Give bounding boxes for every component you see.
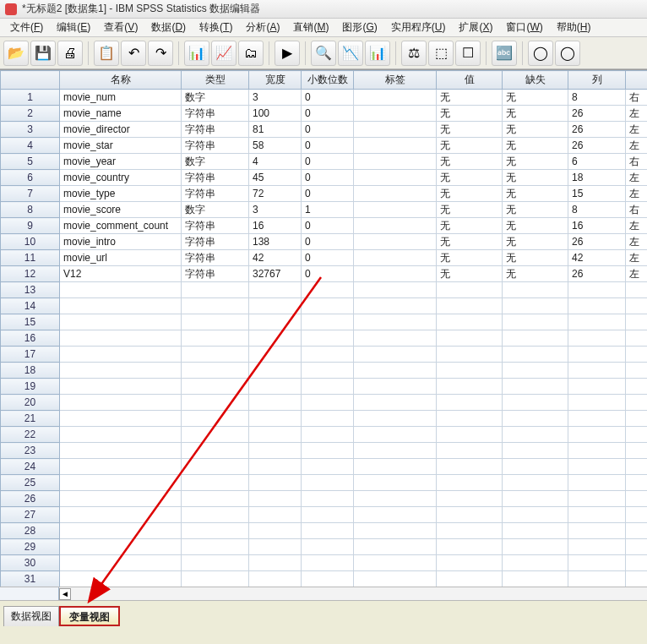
cell-empty[interactable]	[60, 475, 182, 491]
menu-h[interactable]: 帮助(H)	[550, 19, 598, 36]
cell-empty[interactable]	[249, 347, 302, 363]
cell-name[interactable]: movie_comment_count	[60, 218, 182, 234]
cell-empty[interactable]	[437, 491, 503, 507]
table-row-empty[interactable]: 26	[1, 491, 648, 507]
cell-empty[interactable]	[626, 395, 648, 411]
cell-col[interactable]: 26	[568, 234, 626, 250]
cell-empty[interactable]	[626, 298, 648, 314]
cell-empty[interactable]	[302, 491, 354, 507]
menu-f[interactable]: 文件(F)	[3, 19, 50, 36]
table-row-empty[interactable]: 31	[1, 571, 648, 587]
cell-empty[interactable]	[182, 363, 249, 379]
cell-label[interactable]	[354, 266, 437, 282]
cell-empty[interactable]	[354, 459, 437, 475]
cell-empty[interactable]	[249, 491, 302, 507]
chart2-icon[interactable]: 📊	[365, 41, 390, 66]
menu-x[interactable]: 扩展(X)	[452, 19, 499, 36]
cell-empty[interactable]	[437, 298, 503, 314]
row-header[interactable]: 14	[1, 298, 60, 314]
cell-empty[interactable]	[626, 363, 648, 379]
cell-empty[interactable]	[302, 395, 354, 411]
cell-name[interactable]: movie_country	[60, 170, 182, 186]
cell-width[interactable]: 81	[249, 122, 302, 138]
cell-empty[interactable]	[249, 395, 302, 411]
table-row[interactable]: 12V12字符串327670无无26左	[1, 266, 648, 282]
cell-value[interactable]: 无	[437, 138, 503, 154]
cell-label[interactable]	[354, 202, 437, 218]
cell-label[interactable]	[354, 106, 437, 122]
cell-empty[interactable]	[249, 555, 302, 571]
cell-empty[interactable]	[354, 298, 437, 314]
table-row[interactable]: 5movie_year数字40无无6右	[1, 154, 648, 170]
row-header[interactable]: 29	[1, 539, 60, 555]
cell-empty[interactable]	[568, 571, 626, 587]
cell-width[interactable]: 3	[249, 90, 302, 106]
cell-empty[interactable]	[60, 571, 182, 587]
cell-empty[interactable]	[503, 475, 568, 491]
cell-empty[interactable]	[302, 427, 354, 443]
cell-col[interactable]: 8	[568, 202, 626, 218]
cell-empty[interactable]	[568, 539, 626, 555]
cell-empty[interactable]	[437, 555, 503, 571]
cell-empty[interactable]	[354, 395, 437, 411]
cell-empty[interactable]	[503, 298, 568, 314]
cell-empty[interactable]	[626, 282, 648, 298]
cell-empty[interactable]	[354, 330, 437, 347]
cell-type[interactable]: 字符串	[182, 250, 249, 266]
menu-g[interactable]: 图形(G)	[335, 19, 383, 36]
cell-empty[interactable]	[302, 571, 354, 587]
cell-dec[interactable]: 0	[302, 266, 354, 282]
cell-empty[interactable]	[249, 571, 302, 587]
row-header[interactable]: 27	[1, 507, 60, 523]
cell-empty[interactable]	[568, 314, 626, 330]
table-row-empty[interactable]: 25	[1, 475, 648, 491]
cell-empty[interactable]	[182, 571, 249, 587]
cell-empty[interactable]	[354, 282, 437, 298]
cell-align[interactable]: 右	[626, 202, 648, 218]
cell-empty[interactable]	[249, 330, 302, 347]
cell-empty[interactable]	[60, 523, 182, 539]
cell-empty[interactable]	[354, 571, 437, 587]
menu-t[interactable]: 转换(T)	[193, 19, 239, 36]
row-header[interactable]: 1	[1, 90, 60, 106]
cell-width[interactable]: 3	[249, 202, 302, 218]
cell-value[interactable]: 无	[437, 90, 503, 106]
hscroll-strip[interactable]: ◄	[0, 587, 647, 600]
row-header[interactable]: 5	[1, 154, 60, 170]
cell-empty[interactable]	[626, 411, 648, 427]
cell-empty[interactable]	[503, 459, 568, 475]
cell-empty[interactable]	[568, 282, 626, 298]
cell-empty[interactable]	[354, 427, 437, 443]
cell-type[interactable]: 字符串	[182, 266, 249, 282]
cell-value[interactable]: 无	[437, 218, 503, 234]
table-row[interactable]: 10movie_intro字符串1380无无26左	[1, 234, 648, 250]
cell-empty[interactable]	[437, 411, 503, 427]
cell-miss[interactable]: 无	[503, 154, 568, 170]
row-header[interactable]: 9	[1, 218, 60, 234]
cell-empty[interactable]	[354, 363, 437, 379]
cell-empty[interactable]	[626, 314, 648, 330]
row-header[interactable]: 19	[1, 379, 60, 395]
cell-label[interactable]	[354, 154, 437, 170]
cell-empty[interactable]	[60, 395, 182, 411]
cell-empty[interactable]	[437, 459, 503, 475]
cell-empty[interactable]	[249, 363, 302, 379]
cell-empty[interactable]	[354, 443, 437, 459]
cell-empty[interactable]	[182, 379, 249, 395]
cell-empty[interactable]	[503, 330, 568, 347]
cell-label[interactable]	[354, 234, 437, 250]
cell-value[interactable]: 无	[437, 186, 503, 202]
table-row-empty[interactable]: 19	[1, 379, 648, 395]
cell-dec[interactable]: 0	[302, 234, 354, 250]
cell-empty[interactable]	[437, 330, 503, 347]
cell-miss[interactable]: 无	[503, 106, 568, 122]
cell-empty[interactable]	[568, 523, 626, 539]
row-header[interactable]: 16	[1, 330, 60, 347]
cell-empty[interactable]	[568, 395, 626, 411]
cell-empty[interactable]	[249, 427, 302, 443]
cell-empty[interactable]	[302, 411, 354, 427]
recall-icon[interactable]: 📋	[94, 41, 119, 66]
cell-empty[interactable]	[302, 443, 354, 459]
cell-miss[interactable]: 无	[503, 170, 568, 186]
cell-empty[interactable]	[503, 507, 568, 523]
